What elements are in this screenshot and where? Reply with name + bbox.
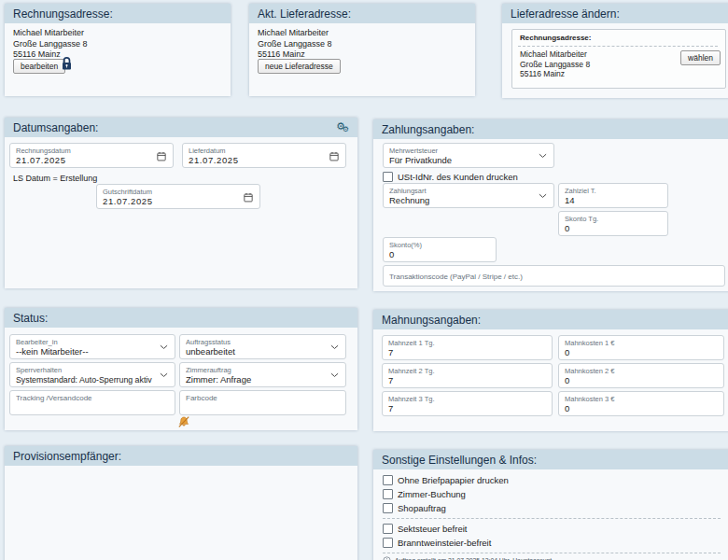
field-value: Zimmer: Anfrage — [186, 374, 340, 385]
order-status-select[interactable]: Auftragsstatus unbearbeitet — [179, 334, 346, 359]
field-value: 7 — [388, 375, 546, 386]
bell-slash-icon[interactable] — [177, 415, 190, 428]
dunning-panel: Mahnungsangaben: Mahnzeit 1 Tg. 7 Mahnko… — [373, 310, 728, 431]
field-value: 7 — [388, 403, 546, 414]
address-line: Große Langgasse 8 — [258, 39, 332, 50]
checkbox-label: Branntweinsteier-befreit — [398, 538, 491, 548]
field-label: Auftragsstatus — [186, 338, 340, 346]
lock-behavior-select[interactable]: Sperrverhalten Systemstandard: Auto-Sper… — [9, 362, 175, 387]
checkbox-label: Ohne Briefpapapier drucken — [398, 475, 509, 485]
info-icon — [383, 556, 391, 560]
dunning-time-2-field[interactable]: Mahnzeit 2 Tg. 7 — [382, 363, 553, 388]
checkbox-icon[interactable] — [383, 538, 393, 548]
dunning-cost-3-field[interactable]: Mahnkosten 3 € 0 — [558, 391, 724, 416]
new-delivery-address-button[interactable]: neue Lieferadresse — [258, 59, 341, 74]
sparkling-wine-tax-checkbox[interactable]: Sektsteuer befreit — [383, 524, 467, 534]
chevron-down-icon — [539, 153, 547, 159]
checkbox-icon[interactable] — [383, 503, 393, 513]
address-line: Große Langgasse 8 — [520, 60, 590, 70]
settings-gears-icon[interactable]: ⚙⚙ — [336, 121, 349, 134]
chevron-down-icon — [160, 372, 168, 378]
dunning-time-3-field[interactable]: Mahnzeit 3 Tg. 7 — [382, 391, 553, 416]
billing-address-panel: Rechnungsadresse: Michael Mitarbeiter Gr… — [5, 4, 231, 96]
field-value: 21.07.2025 — [189, 155, 340, 166]
order-created-info: Auftrag erstellt am 21.07.2025 13:04 Uhr… — [383, 556, 552, 560]
editor-select[interactable]: Bearbeiter_in --kein Mitarbeiter-- — [9, 334, 175, 359]
payment-method-select[interactable]: Zahlungsart Rechnung — [383, 183, 554, 208]
calendar-icon[interactable] — [329, 151, 339, 161]
billing-address-header: Rechnungsadresse: — [5, 4, 231, 23]
room-order-select[interactable]: Zimmerauftrag Zimmer: Anfrage — [179, 362, 346, 387]
field-label: Lieferdatum — [189, 147, 340, 155]
field-label: Mahnkosten 2 € — [565, 367, 718, 375]
dates-panel: Datumsangaben: ⚙⚙ Rechnungsdatum 21.07.2… — [5, 118, 357, 288]
checkbox-label: Sektsteuer befreit — [398, 524, 467, 534]
field-label: Gutschriftdatum — [103, 188, 254, 196]
due-days-field[interactable]: Zahlziel T. 14 — [558, 183, 668, 208]
chevron-down-icon — [330, 344, 339, 350]
field-label: Mahnkosten 1 € — [565, 339, 718, 347]
ls-date-note: LS Datum = Erstellung — [13, 174, 97, 183]
field-value: 0 — [565, 223, 662, 234]
delivery-address-text: Michael Mitarbeiter Große Langgasse 8 55… — [258, 28, 332, 61]
input-placeholder: Farbcode — [186, 394, 340, 402]
field-value: 7 — [388, 347, 546, 358]
field-label: Zimmerauftrag — [186, 366, 340, 374]
chevron-down-icon — [160, 344, 168, 350]
status-panel: Status: Bearbeiter_in --kein Mitarbeiter… — [5, 308, 357, 430]
delivery-date-field[interactable]: Lieferdatum 21.07.2025 — [182, 143, 346, 168]
address-line: Michael Mitarbeiter — [258, 28, 332, 39]
vat-id-print-checkbox[interactable]: USt-IdNr. des Kunden drucken — [383, 172, 518, 182]
field-label: Sperrverhalten — [16, 366, 169, 374]
color-code-input[interactable]: Farbcode — [179, 390, 346, 415]
panel-title: Provisionsempfänger: — [13, 450, 121, 463]
no-letterhead-checkbox[interactable]: Ohne Briefpapapier drucken — [383, 475, 509, 485]
field-value: 0 — [565, 375, 718, 386]
checkbox-icon[interactable] — [383, 475, 393, 485]
current-delivery-panel: Akt. Lieferadresse: Michael Mitarbeiter … — [249, 4, 475, 96]
room-booking-checkbox[interactable]: Zimmer-Buchung — [383, 489, 466, 499]
panel-title: Sonstige Einstellungen & Infos: — [382, 454, 537, 467]
panel-title: Rechnungsadresse: — [13, 7, 113, 21]
address-line: Michael Mitarbeiter — [520, 49, 590, 60]
credit-date-field[interactable]: Gutschriftdatum 21.07.2025 — [96, 184, 260, 209]
dunning-time-1-field[interactable]: Mahnzeit 1 Tg. 7 — [382, 335, 553, 360]
dunning-cost-2-field[interactable]: Mahnkosten 2 € 0 — [558, 363, 724, 388]
field-value: --kein Mitarbeiter-- — [16, 346, 169, 357]
chevron-down-icon — [330, 372, 339, 378]
discount-days-field[interactable]: Skonto Tg. 0 — [558, 211, 668, 236]
checkbox-icon[interactable] — [383, 172, 393, 182]
field-value: 21.07.2025 — [103, 196, 254, 207]
calendar-icon[interactable] — [157, 151, 166, 161]
field-value: 0 — [565, 403, 718, 414]
misc-settings-panel: Sonstige Einstellungen & Infos: Ohne Bri… — [373, 450, 728, 560]
panel-title: Mahnungsangaben: — [382, 314, 481, 327]
tracking-code-input[interactable]: Tracking /Versandcode — [9, 390, 175, 415]
shop-order-checkbox[interactable]: Shopauftrag — [383, 503, 446, 513]
checkbox-icon[interactable] — [383, 489, 393, 499]
vat-select[interactable]: Mehrwertsteuer Für Privatkunde — [383, 143, 554, 168]
lock-icon[interactable] — [61, 56, 73, 71]
misc-settings-header: Sonstige Einstellungen & Infos: — [373, 450, 728, 469]
discount-percent-field[interactable]: Skonto(%) 0 — [383, 237, 497, 262]
calendar-icon[interactable] — [244, 192, 253, 203]
field-label: Skonto Tg. — [565, 215, 662, 223]
checkbox-icon[interactable] — [383, 524, 393, 534]
edit-address-button[interactable]: bearbeiten — [13, 59, 65, 74]
dunning-cost-1-field[interactable]: Mahnkosten 1 € 0 — [558, 335, 724, 360]
divider — [518, 46, 718, 47]
panel-title: Status: — [13, 312, 48, 325]
payment-header: Zahlungsangaben: — [373, 119, 728, 139]
billing-address-option-card: Rechnungsadresse: Michael Mitarbeiter Gr… — [511, 29, 726, 89]
spirits-tax-checkbox[interactable]: Branntweinsteier-befreit — [383, 538, 491, 548]
chevron-down-icon — [539, 193, 547, 199]
field-label: Zahlziel T. — [565, 187, 662, 195]
field-label: Zahlungsart — [389, 187, 548, 195]
invoice-date-field[interactable]: Rechnungsdatum 21.07.2025 — [9, 143, 174, 168]
address-line: Michael Mitarbeiter — [13, 28, 88, 39]
checkbox-label: Shopauftrag — [398, 503, 446, 513]
field-value: unbearbeitet — [186, 346, 340, 357]
transaction-code-input[interactable]: Transaktionscode (PayPal / Stripe / etc.… — [383, 265, 725, 287]
field-label: Mehrwertsteuer — [389, 147, 548, 155]
choose-address-button[interactable]: wählen — [680, 50, 721, 65]
